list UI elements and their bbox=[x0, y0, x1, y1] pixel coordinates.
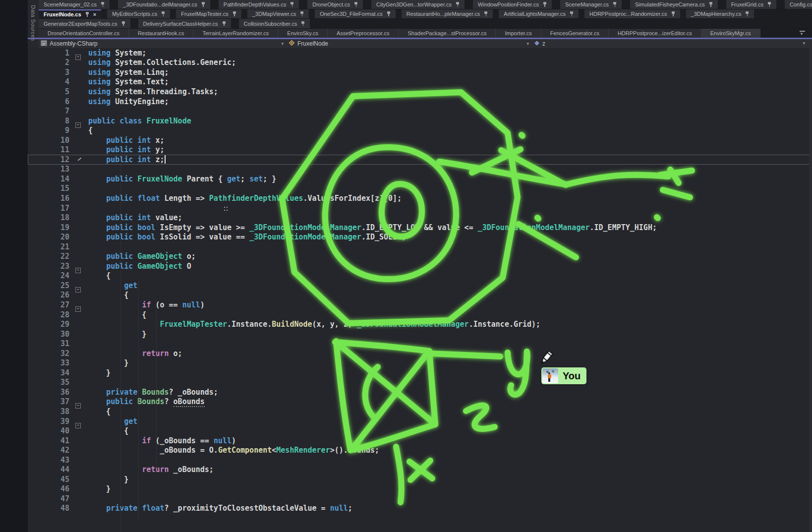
collaborator-cursor-chip: You bbox=[541, 367, 586, 384]
breadcrumb-class[interactable]: FruxelNode ▾ bbox=[287, 40, 532, 48]
tab-label: RestaurantHo...pleManager.cs bbox=[406, 11, 480, 17]
vs-window: Data Sources SceneManager_02.cs_3DFounda… bbox=[0, 0, 812, 532]
tab--3dmapviewer-cs[interactable]: _3DMapViewer.cs bbox=[247, 9, 309, 18]
tab-pathfinderdepthvalues-cs[interactable]: PathfinderDepthValues.cs bbox=[219, 0, 299, 9]
code-line-28: 28 { bbox=[28, 310, 812, 320]
code-text: { bbox=[82, 310, 146, 319]
project-icon bbox=[41, 40, 47, 48]
tab-label: AssetPreprocessor.cs bbox=[337, 30, 389, 36]
close-icon[interactable]: × bbox=[93, 12, 96, 17]
tab-label: Importer.cs bbox=[505, 30, 531, 36]
pin-icon[interactable] bbox=[354, 2, 358, 7]
tab-label: HDRPPostproc...Randomizer.cs bbox=[589, 11, 667, 17]
tab-label: SimulatedFisheyeCamera.cs bbox=[635, 1, 705, 7]
tab-hdrppostproc-randomizer-cs[interactable]: HDRPPostproc...Randomizer.cs bbox=[584, 9, 680, 18]
code-editor[interactable]: 1−using System;2using System.Collections… bbox=[28, 48, 812, 532]
pin-icon[interactable] bbox=[613, 2, 617, 7]
code-line-43: 43 bbox=[28, 455, 812, 465]
pin-icon[interactable] bbox=[456, 2, 460, 7]
tab-restaurantho-plemanager-cs[interactable]: RestaurantHo...pleManager.cs bbox=[402, 9, 493, 18]
pin-icon[interactable] bbox=[543, 2, 547, 7]
collaborator-name: You bbox=[563, 370, 580, 382]
tab-label: FruxelNode.cs bbox=[44, 11, 81, 17]
pin-icon[interactable] bbox=[290, 2, 294, 7]
pin-icon[interactable] bbox=[201, 2, 205, 7]
tab--3dfoundatio-delmanager-cs[interactable]: _3DFoundatio...delManager.cs bbox=[118, 0, 210, 9]
tab-windowpositionfinder-cs[interactable]: WindowPositionFinder.cs bbox=[473, 0, 552, 9]
pin-icon[interactable] bbox=[570, 11, 574, 16]
line-number: 25 bbox=[28, 281, 75, 290]
tab-collisionsubscriber-cs[interactable]: CollisionSubscriber.cs bbox=[239, 19, 310, 28]
line-number: 34 bbox=[28, 368, 75, 377]
tab-citygen3dgen-torwrapper-cs[interactable]: CityGen3DGen...torWrapper.cs bbox=[371, 0, 464, 9]
tab-fruxelnode-cs[interactable]: FruxelNode.cs× bbox=[39, 9, 101, 18]
code-text: { bbox=[82, 126, 93, 135]
pin-icon[interactable] bbox=[745, 11, 749, 16]
line-number: 30 bbox=[28, 330, 75, 339]
tab-artificiallightsmanager-cs[interactable]: ArtificialLightsManager.cs bbox=[499, 9, 579, 18]
pin-icon[interactable] bbox=[484, 11, 488, 16]
tab-label: FencesGenerator.cs bbox=[550, 30, 599, 36]
pin-icon[interactable] bbox=[709, 2, 713, 7]
tab-terrainlayerrandomizer-cs[interactable]: TerrainLayerRandomizer.cs bbox=[193, 29, 278, 38]
pin-icon[interactable] bbox=[85, 12, 89, 17]
pin-icon[interactable] bbox=[301, 21, 305, 26]
tab-scenemanager-cs[interactable]: SceneManager.cs bbox=[560, 0, 622, 9]
tab-onesec3d-fileformat-cs[interactable]: OneSec3D_FileFormat.cs bbox=[315, 9, 396, 18]
tab-label: MyEditorScripts.cs bbox=[112, 11, 157, 17]
tab-label: ArtificialLightsManager.cs bbox=[504, 11, 566, 17]
code-text: if (o == null) bbox=[82, 300, 205, 309]
tab-shaderpackage-stprocessor-cs[interactable]: ShaderPackage...stProcessor.cs bbox=[399, 29, 496, 38]
tab-hdrppostproce-izereditor-cs[interactable]: HDRPPostproce...izerEditor.cs bbox=[609, 29, 701, 38]
tab-assetpreprocessor-cs[interactable]: AssetPreprocessor.cs bbox=[328, 29, 399, 38]
tab-fencesgenerator-cs[interactable]: FencesGenerator.cs bbox=[541, 29, 609, 38]
code-text: { bbox=[82, 291, 128, 299]
tab-scenemanager-02-cs[interactable]: SceneManager_02.cs bbox=[39, 0, 110, 9]
tab-overflow-button[interactable] bbox=[799, 31, 806, 37]
pin-icon[interactable] bbox=[387, 11, 391, 16]
tab-label: FruxelGrid.cs bbox=[731, 1, 763, 7]
tab-label: TerrainLayerRandomizer.cs bbox=[202, 30, 269, 36]
chevron-down-icon[interactable]: ▾ bbox=[526, 41, 529, 46]
line-number: 32 bbox=[28, 349, 75, 358]
vertical-scrollbar[interactable] bbox=[809, 48, 812, 532]
tab-simulatedfisheyecamera-cs[interactable]: SimulatedFisheyeCamera.cs bbox=[630, 0, 718, 9]
tab-enviroskymgr-cs[interactable]: EnviroSkyMgr.cs bbox=[701, 29, 760, 38]
tab-envirosky-cs[interactable]: EnviroSky.cs bbox=[278, 29, 328, 38]
pin-icon[interactable] bbox=[300, 11, 304, 16]
text-caret bbox=[165, 155, 166, 164]
pin-icon[interactable] bbox=[222, 21, 226, 26]
code-line-48: 48 private float? _proximityToClosestObs… bbox=[28, 504, 812, 514]
pin-icon[interactable] bbox=[767, 2, 771, 7]
tab-generator2exportmaptools-cs[interactable]: Generator2ExportMapTools.cs bbox=[39, 19, 130, 28]
line-number: 26 bbox=[28, 291, 75, 299]
tab-fruxelmaptester-cs[interactable]: FruxelMapTester.cs bbox=[176, 9, 241, 18]
code-line-37: 37− public Bounds? oBounds bbox=[28, 397, 812, 407]
code-line-4: 4using System.Text; bbox=[28, 77, 812, 87]
tab--3dmaphierarchy-cs[interactable]: _3DMapHierarchy.cs bbox=[686, 9, 754, 18]
code-text: using System.Linq; bbox=[82, 68, 169, 77]
line-number: 1 bbox=[28, 49, 75, 58]
tab-row-4: DroneOrientationController.csRestaurantH… bbox=[39, 29, 812, 38]
chevron-down-icon[interactable]: ▾ bbox=[281, 41, 284, 46]
breadcrumb-member[interactable]: z bbox=[532, 40, 812, 48]
tab-importer-cs[interactable]: Importer.cs bbox=[496, 29, 541, 38]
breadcrumb-project-label: Assembly-CSharp bbox=[50, 40, 98, 47]
pin-icon[interactable] bbox=[161, 11, 165, 16]
code-text: private float? _proximityToClosestObstac… bbox=[82, 504, 352, 513]
tab-config-cs[interactable]: Config.cs bbox=[785, 0, 812, 9]
pin-icon[interactable] bbox=[121, 21, 125, 26]
breadcrumb-project[interactable]: Assembly-CSharp ▾ bbox=[39, 40, 287, 48]
code-text: public int x; bbox=[82, 136, 165, 145]
tab-deliverysurfaceclasshelper-cs[interactable]: DeliverySurfaceClassHelper.cs bbox=[138, 19, 231, 28]
tab-droneorientationcontroller-cs[interactable]: DroneOrientationController.cs bbox=[39, 29, 129, 38]
tab-restauranthook-cs[interactable]: RestaurantHook.cs bbox=[129, 29, 194, 38]
pin-icon[interactable] bbox=[671, 11, 675, 16]
pin-icon[interactable] bbox=[232, 11, 236, 16]
tab-fruxelgrid-cs[interactable]: FruxelGrid.cs bbox=[726, 0, 776, 9]
pin-icon[interactable] bbox=[101, 2, 105, 7]
tab-droneobject-cs[interactable]: DroneObject.cs bbox=[307, 0, 363, 9]
code-line-46: 46 } bbox=[28, 484, 812, 494]
chevron-down-icon[interactable]: ▾ bbox=[803, 41, 805, 46]
tab-myeditorscripts-cs[interactable]: MyEditorScripts.cs bbox=[107, 9, 170, 18]
